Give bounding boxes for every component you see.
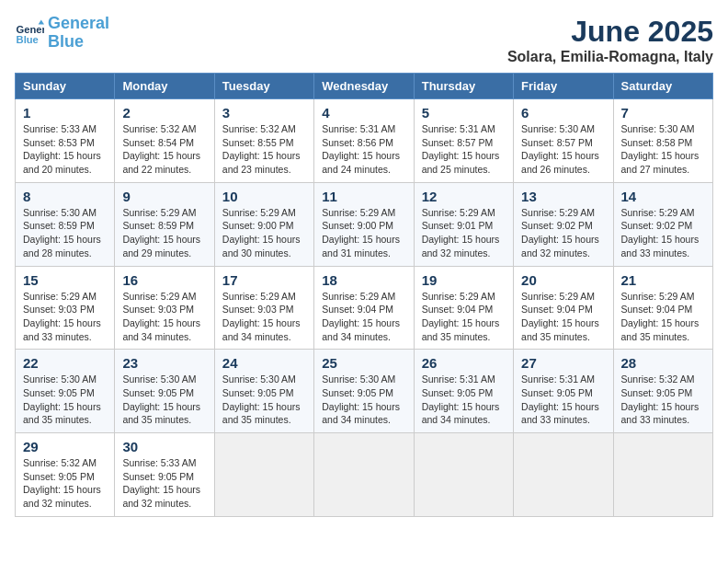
title-area: June 2025 Solara, Emilia-Romagna, Italy (507, 15, 713, 65)
day-info: Sunrise: 5:31 AM Sunset: 9:05 PM Dayligh… (521, 373, 605, 427)
day-number: 27 (521, 355, 605, 371)
calendar-cell-day-2: 2 Sunrise: 5:32 AM Sunset: 8:54 PM Dayli… (115, 99, 214, 183)
col-wednesday: Wednesday (314, 74, 414, 99)
calendar-cell-day-6: 6 Sunrise: 5:30 AM Sunset: 8:57 PM Dayli… (514, 99, 613, 183)
svg-text:General: General (17, 24, 44, 35)
calendar-cell-day-23: 23 Sunrise: 5:30 AM Sunset: 9:05 PM Dayl… (115, 350, 214, 433)
calendar-cell-day-3: 3 Sunrise: 5:32 AM Sunset: 8:55 PM Dayli… (214, 99, 313, 183)
day-number: 30 (122, 439, 206, 454)
day-info: Sunrise: 5:29 AM Sunset: 9:01 PM Dayligh… (422, 206, 506, 260)
day-info: Sunrise: 5:33 AM Sunset: 8:53 PM Dayligh… (23, 122, 107, 177)
day-number: 21 (621, 272, 705, 288)
calendar-cell-day-30: 30 Sunrise: 5:33 AM Sunset: 9:05 PM Dayl… (115, 433, 214, 517)
logo-text: General Blue (48, 15, 109, 52)
day-info: Sunrise: 5:30 AM Sunset: 9:05 PM Dayligh… (23, 373, 107, 427)
calendar-cell-day-15: 15 Sunrise: 5:29 AM Sunset: 9:03 PM Dayl… (16, 266, 115, 350)
col-saturday: Saturday (613, 74, 712, 99)
col-tuesday: Tuesday (214, 74, 313, 99)
day-number: 13 (521, 189, 605, 204)
calendar-cell-day-14: 14 Sunrise: 5:29 AM Sunset: 9:02 PM Dayl… (613, 182, 712, 266)
day-number: 12 (422, 189, 506, 204)
day-info: Sunrise: 5:32 AM Sunset: 9:05 PM Dayligh… (621, 373, 705, 427)
svg-text:Blue: Blue (17, 34, 39, 45)
day-info: Sunrise: 5:31 AM Sunset: 8:57 PM Dayligh… (422, 122, 506, 177)
day-number: 8 (23, 189, 107, 204)
day-info: Sunrise: 5:29 AM Sunset: 9:00 PM Dayligh… (322, 206, 405, 260)
day-number: 4 (322, 105, 405, 121)
day-info: Sunrise: 5:32 AM Sunset: 8:54 PM Dayligh… (122, 122, 206, 177)
day-number: 5 (422, 105, 506, 121)
calendar-cell-day-8: 8 Sunrise: 5:30 AM Sunset: 8:59 PM Dayli… (16, 182, 115, 266)
calendar-header-row: Sunday Monday Tuesday Wednesday Thursday… (16, 74, 713, 99)
day-number: 17 (222, 272, 306, 288)
day-info: Sunrise: 5:29 AM Sunset: 9:04 PM Dayligh… (322, 290, 405, 344)
calendar-cell-day-18: 18 Sunrise: 5:29 AM Sunset: 9:04 PM Dayl… (314, 266, 414, 350)
day-number: 18 (322, 272, 405, 288)
col-monday: Monday (115, 74, 214, 99)
calendar-row: 15 Sunrise: 5:29 AM Sunset: 9:03 PM Dayl… (16, 266, 713, 350)
logo-general: General (48, 14, 109, 32)
col-friday: Friday (514, 74, 613, 99)
day-info: Sunrise: 5:29 AM Sunset: 9:00 PM Dayligh… (222, 206, 306, 260)
day-info: Sunrise: 5:29 AM Sunset: 9:02 PM Dayligh… (621, 206, 705, 260)
day-number: 7 (621, 105, 705, 121)
empty-cell (314, 433, 414, 517)
day-info: Sunrise: 5:33 AM Sunset: 9:05 PM Dayligh… (122, 456, 206, 511)
day-info: Sunrise: 5:29 AM Sunset: 9:04 PM Dayligh… (422, 290, 506, 344)
day-number: 6 (521, 105, 605, 121)
day-number: 15 (23, 272, 107, 288)
calendar-cell-day-20: 20 Sunrise: 5:29 AM Sunset: 9:04 PM Dayl… (514, 266, 613, 350)
day-info: Sunrise: 5:32 AM Sunset: 9:05 PM Dayligh… (23, 456, 107, 511)
location-title: Solara, Emilia-Romagna, Italy (507, 49, 713, 65)
logo-blue: Blue (48, 32, 84, 51)
day-info: Sunrise: 5:29 AM Sunset: 9:03 PM Dayligh… (122, 290, 206, 344)
logo: General Blue General Blue (15, 15, 109, 52)
empty-cell (613, 433, 712, 517)
calendar-cell-day-5: 5 Sunrise: 5:31 AM Sunset: 8:57 PM Dayli… (414, 99, 513, 183)
day-number: 11 (322, 189, 405, 204)
calendar-cell-day-25: 25 Sunrise: 5:30 AM Sunset: 9:05 PM Dayl… (314, 350, 414, 433)
empty-cell (514, 433, 613, 517)
col-sunday: Sunday (16, 74, 115, 99)
empty-cell (414, 433, 513, 517)
calendar-row: 8 Sunrise: 5:30 AM Sunset: 8:59 PM Dayli… (16, 182, 713, 266)
day-number: 3 (222, 105, 306, 121)
svg-marker-2 (39, 19, 44, 24)
day-number: 24 (222, 355, 306, 371)
calendar-cell-day-29: 29 Sunrise: 5:32 AM Sunset: 9:05 PM Dayl… (16, 433, 115, 517)
day-number: 2 (122, 105, 206, 121)
calendar-row: 22 Sunrise: 5:30 AM Sunset: 9:05 PM Dayl… (16, 350, 713, 433)
calendar-cell-day-9: 9 Sunrise: 5:29 AM Sunset: 8:59 PM Dayli… (115, 182, 214, 266)
day-info: Sunrise: 5:30 AM Sunset: 9:05 PM Dayligh… (122, 373, 206, 427)
day-info: Sunrise: 5:30 AM Sunset: 9:05 PM Dayligh… (222, 373, 306, 427)
day-number: 25 (322, 355, 405, 371)
calendar-cell-day-19: 19 Sunrise: 5:29 AM Sunset: 9:04 PM Dayl… (414, 266, 513, 350)
day-info: Sunrise: 5:29 AM Sunset: 9:04 PM Dayligh… (621, 290, 705, 344)
day-info: Sunrise: 5:29 AM Sunset: 8:59 PM Dayligh… (122, 206, 206, 260)
day-number: 16 (122, 272, 206, 288)
calendar-table: Sunday Monday Tuesday Wednesday Thursday… (15, 73, 713, 517)
logo-icon: General Blue (15, 18, 44, 48)
calendar-cell-day-11: 11 Sunrise: 5:29 AM Sunset: 9:00 PM Dayl… (314, 182, 414, 266)
day-number: 23 (122, 355, 206, 371)
calendar-cell-day-7: 7 Sunrise: 5:30 AM Sunset: 8:58 PM Dayli… (613, 99, 712, 183)
day-number: 1 (23, 105, 107, 121)
calendar-body: 1 Sunrise: 5:33 AM Sunset: 8:53 PM Dayli… (16, 99, 713, 517)
day-info: Sunrise: 5:31 AM Sunset: 8:56 PM Dayligh… (322, 122, 405, 177)
calendar-cell-day-4: 4 Sunrise: 5:31 AM Sunset: 8:56 PM Dayli… (314, 99, 414, 183)
day-info: Sunrise: 5:29 AM Sunset: 9:04 PM Dayligh… (521, 290, 605, 344)
calendar-cell-day-22: 22 Sunrise: 5:30 AM Sunset: 9:05 PM Dayl… (16, 350, 115, 433)
month-title: June 2025 (507, 15, 713, 49)
day-number: 22 (23, 355, 107, 371)
calendar-cell-day-10: 10 Sunrise: 5:29 AM Sunset: 9:00 PM Dayl… (214, 182, 313, 266)
calendar-cell-day-16: 16 Sunrise: 5:29 AM Sunset: 9:03 PM Dayl… (115, 266, 214, 350)
col-thursday: Thursday (414, 74, 513, 99)
day-number: 14 (621, 189, 705, 204)
calendar-cell-day-28: 28 Sunrise: 5:32 AM Sunset: 9:05 PM Dayl… (613, 350, 712, 433)
calendar-cell-day-24: 24 Sunrise: 5:30 AM Sunset: 9:05 PM Dayl… (214, 350, 313, 433)
empty-cell (214, 433, 313, 517)
day-info: Sunrise: 5:29 AM Sunset: 9:02 PM Dayligh… (521, 206, 605, 260)
day-info: Sunrise: 5:30 AM Sunset: 8:57 PM Dayligh… (521, 122, 605, 177)
calendar-row: 29 Sunrise: 5:32 AM Sunset: 9:05 PM Dayl… (16, 433, 713, 517)
day-info: Sunrise: 5:29 AM Sunset: 9:03 PM Dayligh… (23, 290, 107, 344)
